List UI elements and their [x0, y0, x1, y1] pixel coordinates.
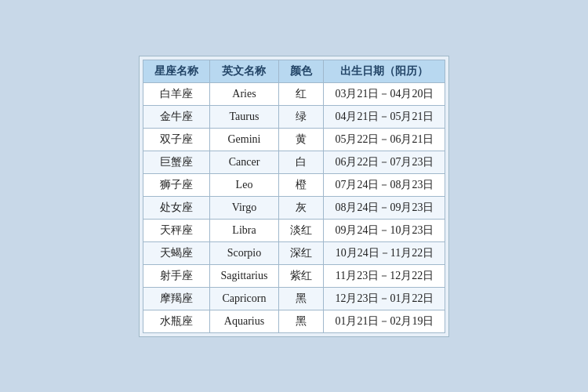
cell-color: 紫红 — [279, 264, 324, 287]
table-row: 巨蟹座Cancer白06月22日－07月23日 — [143, 151, 445, 173]
cell-chinese: 处女座 — [143, 196, 209, 219]
cell-english: Libra — [209, 219, 279, 241]
cell-english: Capricorn — [209, 287, 279, 310]
cell-color: 深红 — [279, 241, 324, 264]
cell-dates: 08月24日－09月23日 — [324, 196, 445, 219]
cell-chinese: 射手座 — [143, 264, 209, 287]
table-row: 双子座Gemini黄05月22日－06月21日 — [143, 128, 445, 151]
cell-dates: 12月23日－01月22日 — [324, 287, 445, 310]
cell-chinese: 白羊座 — [143, 82, 209, 105]
cell-color: 黑 — [279, 310, 324, 332]
table-row: 水瓶座Aquarius黑01月21日－02月19日 — [143, 310, 445, 332]
cell-color: 白 — [279, 151, 324, 173]
cell-dates: 03月21日－04月20日 — [324, 82, 445, 105]
cell-color: 橙 — [279, 173, 324, 196]
table-row: 金牛座Taurus绿04月21日－05月21日 — [143, 105, 445, 128]
col-header-chinese: 星座名称 — [143, 60, 209, 82]
table-row: 处女座Virgo灰08月24日－09月23日 — [143, 196, 445, 219]
cell-english: Gemini — [209, 128, 279, 151]
table-row: 白羊座Aries红03月21日－04月20日 — [143, 82, 445, 105]
cell-english: Scorpio — [209, 241, 279, 264]
cell-dates: 04月21日－05月21日 — [324, 105, 445, 128]
col-header-dates: 出生日期（阳历） — [324, 60, 445, 82]
cell-dates: 01月21日－02月19日 — [324, 310, 445, 332]
cell-color: 红 — [279, 82, 324, 105]
cell-chinese: 天秤座 — [143, 219, 209, 241]
cell-dates: 05月22日－06月21日 — [324, 128, 445, 151]
cell-color: 绿 — [279, 105, 324, 128]
table-header-row: 星座名称 英文名称 颜色 出生日期（阳历） — [143, 60, 445, 82]
cell-chinese: 水瓶座 — [143, 310, 209, 332]
cell-chinese: 巨蟹座 — [143, 151, 209, 173]
zodiac-table-container: 星座名称 英文名称 颜色 出生日期（阳历） 白羊座Aries红03月21日－04… — [139, 56, 450, 337]
table-row: 天秤座Libra淡红09月24日－10月23日 — [143, 219, 445, 241]
cell-english: Leo — [209, 173, 279, 196]
cell-chinese: 狮子座 — [143, 173, 209, 196]
cell-dates: 06月22日－07月23日 — [324, 151, 445, 173]
cell-dates: 09月24日－10月23日 — [324, 219, 445, 241]
cell-color: 灰 — [279, 196, 324, 219]
cell-color: 淡红 — [279, 219, 324, 241]
cell-english: Taurus — [209, 105, 279, 128]
cell-english: Sagittarius — [209, 264, 279, 287]
cell-english: Aries — [209, 82, 279, 105]
cell-color: 黑 — [279, 287, 324, 310]
cell-english: Virgo — [209, 196, 279, 219]
zodiac-table: 星座名称 英文名称 颜色 出生日期（阳历） 白羊座Aries红03月21日－04… — [143, 60, 446, 333]
cell-chinese: 摩羯座 — [143, 287, 209, 310]
cell-color: 黄 — [279, 128, 324, 151]
cell-english: Aquarius — [209, 310, 279, 332]
cell-chinese: 双子座 — [143, 128, 209, 151]
table-row: 摩羯座Capricorn黑12月23日－01月22日 — [143, 287, 445, 310]
cell-dates: 10月24日－11月22日 — [324, 241, 445, 264]
table-row: 天蝎座Scorpio深红10月24日－11月22日 — [143, 241, 445, 264]
cell-english: Cancer — [209, 151, 279, 173]
cell-dates: 11月23日－12月22日 — [324, 264, 445, 287]
col-header-english: 英文名称 — [209, 60, 279, 82]
table-row: 射手座Sagittarius紫红11月23日－12月22日 — [143, 264, 445, 287]
cell-chinese: 天蝎座 — [143, 241, 209, 264]
col-header-color: 颜色 — [279, 60, 324, 82]
table-row: 狮子座Leo橙07月24日－08月23日 — [143, 173, 445, 196]
cell-chinese: 金牛座 — [143, 105, 209, 128]
cell-dates: 07月24日－08月23日 — [324, 173, 445, 196]
